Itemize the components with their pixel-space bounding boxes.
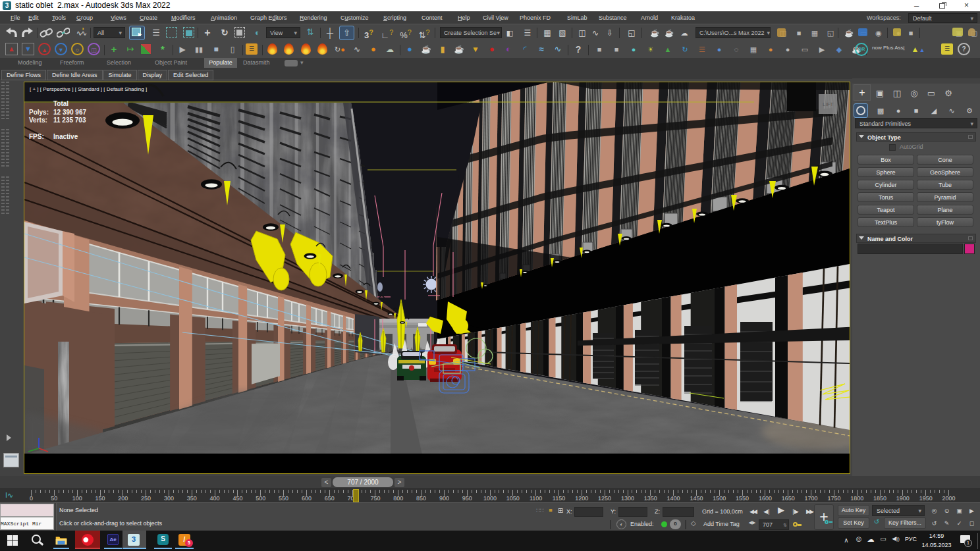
svg-text:Polys:: Polys: [29, 109, 49, 116]
svg-text:12 390 967: 12 390 967 [53, 109, 86, 116]
svg-text:Inactive: Inactive [53, 133, 78, 140]
svg-text:Total: Total [53, 100, 68, 107]
svg-text:LIFT: LIFT [823, 101, 834, 107]
svg-text:FPS:: FPS: [29, 133, 44, 140]
svg-text:11 235 703: 11 235 703 [53, 117, 86, 124]
svg-text:Verts:: Verts: [29, 117, 47, 124]
svg-text:[ + ] [ Perspective ] [ Standa: [ + ] [ Perspective ] [ Standard ] [ Def… [30, 86, 147, 92]
